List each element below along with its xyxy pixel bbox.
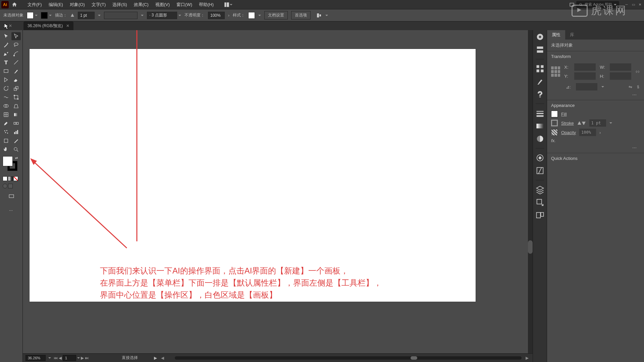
menu-object[interactable]: 对象(O): [66, 0, 88, 9]
transform-angle-input[interactable]: [576, 83, 597, 90]
slice-tool[interactable]: [11, 137, 21, 145]
zoom-tool[interactable]: [11, 145, 21, 154]
home-icon[interactable]: [11, 2, 17, 8]
gradient-tool[interactable]: [11, 111, 21, 119]
asset-export-icon[interactable]: [535, 198, 545, 207]
transform-y-input[interactable]: [574, 72, 596, 80]
lasso-tool[interactable]: [11, 41, 21, 49]
close-button[interactable]: ✕: [637, 2, 643, 7]
zoom-input[interactable]: [25, 355, 46, 361]
graph-tool[interactable]: [11, 128, 21, 136]
tab-libraries[interactable]: 库: [565, 30, 579, 40]
swap-colors[interactable]: ⇄: [15, 156, 18, 160]
opacity-more[interactable]: ›: [228, 13, 229, 18]
horizontal-scrollbar[interactable]: [175, 356, 522, 360]
brush-tool[interactable]: [11, 67, 21, 75]
stroke-swatch[interactable]: [41, 12, 48, 19]
minimize-button[interactable]: ─: [624, 2, 629, 7]
mode-color[interactable]: [3, 176, 7, 181]
draw-normal[interactable]: [3, 184, 7, 188]
fill-swatch[interactable]: [27, 12, 34, 19]
hscroll-left[interactable]: ◀: [160, 356, 165, 360]
opacity-input[interactable]: [208, 12, 225, 19]
nav-next[interactable]: ▶: [81, 356, 84, 360]
opacity-swatch[interactable]: [551, 129, 558, 136]
menu-type[interactable]: 文字(T): [88, 0, 109, 9]
pen-tool[interactable]: [1, 50, 11, 58]
nav-prev[interactable]: ◀: [59, 356, 62, 360]
menu-window[interactable]: 窗口(W): [173, 0, 196, 9]
stroke-stepper-up[interactable]: ⯅: [70, 13, 74, 18]
hscroll-right[interactable]: ▶: [524, 356, 530, 360]
rectangle-tool[interactable]: [1, 67, 11, 75]
align-icon[interactable]: [316, 12, 322, 18]
brush-def-input[interactable]: [104, 12, 138, 19]
menu-view[interactable]: 视图(V): [152, 0, 173, 9]
stroke-width-input[interactable]: [78, 12, 95, 19]
vertical-scrollbar[interactable]: [528, 30, 533, 353]
eyedropper-tool[interactable]: [1, 119, 11, 127]
brushes-panel-icon[interactable]: [535, 77, 545, 86]
mode-none[interactable]: [13, 176, 18, 181]
shaper-tool[interactable]: [1, 76, 11, 84]
line-tool[interactable]: [11, 58, 21, 66]
menu-file[interactable]: 文件(F): [24, 0, 45, 9]
width-tool[interactable]: [1, 93, 11, 101]
swatches-panel-icon[interactable]: [535, 64, 545, 73]
artboards-panel-icon[interactable]: [535, 210, 545, 220]
stroke-color-swatch[interactable]: [551, 120, 558, 126]
fill-color[interactable]: [3, 156, 13, 166]
style-swatch[interactable]: [248, 12, 255, 19]
mesh-tool[interactable]: [1, 111, 11, 119]
selection-tool[interactable]: [1, 32, 11, 40]
gradient-panel-icon[interactable]: [535, 121, 545, 131]
appearance-panel-icon[interactable]: [535, 153, 545, 163]
document-tab[interactable]: 36.26% (RGB/预览) ✕: [23, 21, 73, 30]
tab-properties[interactable]: 属性: [547, 30, 565, 40]
color-guide-icon[interactable]: [535, 45, 545, 54]
symbol-sprayer-tool[interactable]: [1, 128, 11, 136]
wand-tool[interactable]: [1, 41, 11, 49]
rotate-tool[interactable]: [1, 84, 11, 93]
artboard-tool[interactable]: [1, 137, 11, 145]
status-more[interactable]: ▶: [154, 356, 157, 360]
flip-h-icon[interactable]: ⇋: [629, 84, 632, 89]
window-layout-icon[interactable]: [570, 2, 574, 7]
nav-first[interactable]: ⏮: [54, 356, 58, 360]
reference-point[interactable]: [551, 66, 560, 77]
panel-opacity-input[interactable]: [579, 129, 596, 136]
blend-tool[interactable]: [11, 119, 21, 127]
artboard-index-input[interactable]: [63, 355, 76, 361]
help-search[interactable]: 搜索 Adobe 帮助: [576, 1, 619, 8]
direct-selection-tool[interactable]: [11, 32, 21, 40]
doc-setup-button[interactable]: 文档设置: [264, 11, 288, 19]
restore-button[interactable]: ▭: [631, 2, 636, 7]
eraser-tool[interactable]: [11, 76, 21, 84]
appearance-more[interactable]: ⋯: [551, 145, 640, 150]
flip-v-icon[interactable]: ⥮: [636, 84, 640, 89]
screen-mode[interactable]: [7, 192, 16, 200]
edit-toolbar[interactable]: …: [1, 207, 21, 212]
menu-edit[interactable]: 编辑(E): [45, 0, 66, 9]
shape-builder-tool[interactable]: [1, 102, 11, 110]
dash-input[interactable]: [147, 12, 177, 19]
transform-x-input[interactable]: [574, 63, 596, 71]
scale-tool[interactable]: [11, 84, 21, 93]
layers-panel-icon[interactable]: [535, 185, 545, 194]
transparency-panel-icon[interactable]: [535, 134, 545, 143]
transform-more[interactable]: ⋯: [551, 92, 640, 97]
link-wh-icon[interactable]: [635, 69, 640, 74]
prefs-button[interactable]: 首选项: [291, 11, 311, 19]
color-picker[interactable]: ⇄: [3, 156, 20, 173]
draw-behind[interactable]: [8, 184, 13, 188]
fx-label[interactable]: fx.: [551, 138, 556, 143]
curvature-tool[interactable]: [11, 50, 21, 58]
fill-color-swatch[interactable]: [551, 111, 558, 117]
canvas-area[interactable]: 下面我们来认识一下AI的操作界面，点击AI界面的【新建】一个画板， 在界面上方是…: [23, 30, 533, 362]
mode-gradient[interactable]: [8, 176, 13, 181]
symbols-panel-icon[interactable]: [535, 89, 545, 99]
type-tool[interactable]: [1, 58, 11, 66]
hand-tool[interactable]: [1, 145, 11, 154]
menu-effect[interactable]: 效果(C): [130, 0, 152, 9]
nav-last[interactable]: ⏭: [85, 356, 89, 360]
